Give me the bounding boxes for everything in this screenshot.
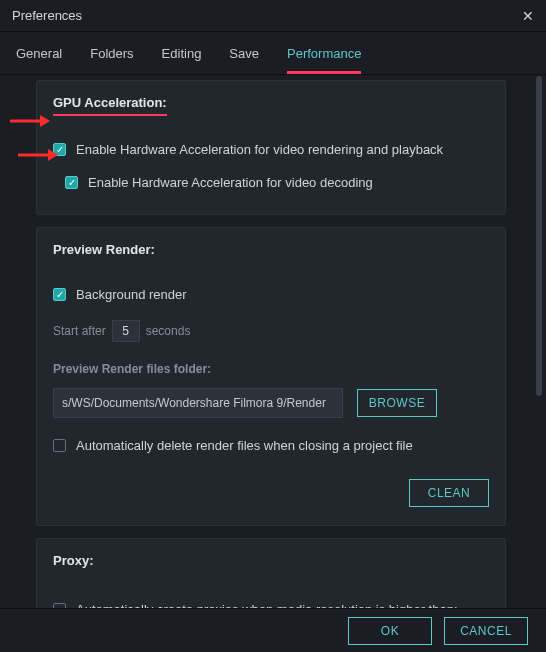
start-after-input[interactable] [112, 320, 140, 342]
clean-button[interactable]: CLEAN [409, 479, 489, 507]
gpu-title: GPU Acceleration: [53, 95, 167, 116]
hw-decode-checkbox[interactable]: ✓ [65, 176, 78, 189]
auto-delete-label: Automatically delete render files when c… [76, 438, 413, 453]
hw-render-label: Enable Hardware Acceleration for video r… [76, 142, 443, 157]
preview-title: Preview Render: [53, 242, 155, 257]
render-browse-button[interactable]: BROWSE [357, 389, 437, 417]
seconds-label: seconds [146, 324, 191, 338]
close-icon[interactable]: ✕ [522, 8, 534, 24]
ok-button[interactable]: OK [348, 617, 432, 645]
annotation-arrow-1 [10, 114, 50, 128]
hw-decode-label: Enable Hardware Acceleration for video d… [88, 175, 373, 190]
preview-section: Preview Render: ✓ Background render Star… [36, 227, 506, 526]
render-folder-input[interactable] [53, 388, 343, 418]
render-folder-label: Preview Render files folder: [53, 362, 489, 376]
proxy-section: Proxy: Automatically create proxies when… [36, 538, 506, 608]
auto-delete-checkbox[interactable] [53, 439, 66, 452]
window-title: Preferences [12, 8, 82, 23]
svg-marker-1 [40, 115, 50, 127]
footer: OK CANCEL [0, 608, 546, 652]
gpu-section: GPU Acceleration: ✓ Enable Hardware Acce… [36, 80, 506, 215]
bg-render-label: Background render [76, 287, 187, 302]
scrollbar[interactable] [536, 76, 542, 396]
svg-marker-3 [48, 149, 58, 161]
bg-render-checkbox[interactable]: ✓ [53, 288, 66, 301]
cancel-button[interactable]: CANCEL [444, 617, 528, 645]
proxy-title: Proxy: [53, 553, 93, 568]
annotation-arrow-2 [18, 148, 58, 162]
start-after-label: Start after [53, 324, 106, 338]
